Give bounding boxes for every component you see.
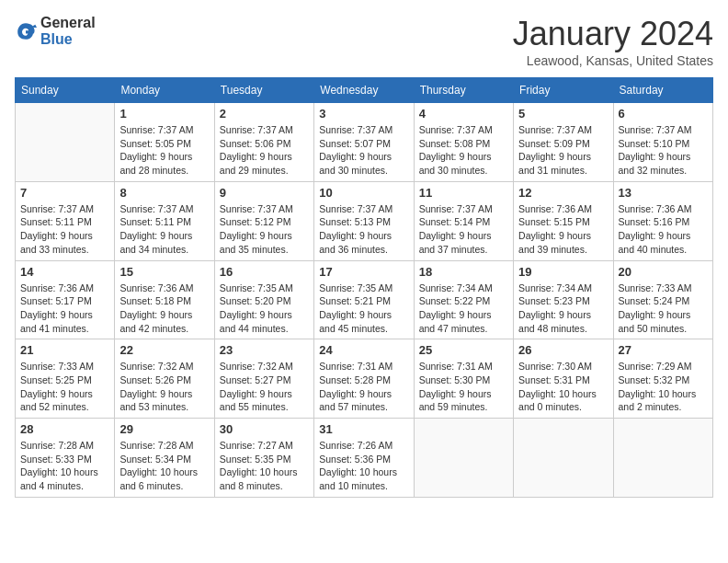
day-number: 25	[419, 343, 508, 357]
day-info: Sunrise: 7:37 AM Sunset: 5:10 PM Dayligh…	[619, 123, 708, 178]
calendar-week-row: 21Sunrise: 7:33 AM Sunset: 5:25 PM Dayli…	[16, 339, 713, 419]
calendar-day-cell: 12Sunrise: 7:36 AM Sunset: 5:15 PM Dayli…	[514, 181, 613, 260]
calendar-header-cell: Wednesday	[314, 78, 414, 103]
calendar-day-cell: 26Sunrise: 7:30 AM Sunset: 5:31 PM Dayli…	[514, 339, 613, 419]
day-info: Sunrise: 7:30 AM Sunset: 5:31 PM Dayligh…	[518, 360, 608, 414]
calendar-table: SundayMondayTuesdayWednesdayThursdayFrid…	[15, 77, 713, 498]
logo-blue: Blue	[40, 31, 96, 48]
calendar-day-cell	[414, 419, 513, 498]
day-number: 7	[20, 186, 109, 200]
day-number: 19	[518, 265, 608, 279]
calendar-header-cell: Tuesday	[214, 78, 313, 103]
calendar-day-cell	[514, 419, 613, 498]
calendar-day-cell: 23Sunrise: 7:32 AM Sunset: 5:27 PM Dayli…	[214, 339, 313, 419]
calendar-week-row: 1Sunrise: 7:37 AM Sunset: 5:05 PM Daylig…	[16, 103, 713, 182]
day-number: 14	[20, 265, 109, 279]
day-info: Sunrise: 7:37 AM Sunset: 5:13 PM Dayligh…	[319, 202, 408, 257]
calendar-day-cell: 21Sunrise: 7:33 AM Sunset: 5:25 PM Dayli…	[16, 339, 115, 419]
day-info: Sunrise: 7:35 AM Sunset: 5:21 PM Dayligh…	[319, 282, 408, 336]
day-info: Sunrise: 7:34 AM Sunset: 5:22 PM Dayligh…	[419, 282, 508, 336]
day-number: 3	[319, 107, 408, 121]
calendar-body: 1Sunrise: 7:37 AM Sunset: 5:05 PM Daylig…	[16, 103, 713, 498]
day-info: Sunrise: 7:36 AM Sunset: 5:18 PM Dayligh…	[119, 282, 209, 336]
day-number: 16	[220, 265, 309, 279]
calendar-day-cell: 30Sunrise: 7:27 AM Sunset: 5:35 PM Dayli…	[214, 419, 313, 498]
day-info: Sunrise: 7:31 AM Sunset: 5:28 PM Dayligh…	[319, 360, 408, 414]
page-header: General Blue January 2024 Leawood, Kansa…	[15, 15, 713, 68]
calendar-day-cell: 25Sunrise: 7:31 AM Sunset: 5:30 PM Dayli…	[414, 339, 513, 419]
day-info: Sunrise: 7:37 AM Sunset: 5:08 PM Dayligh…	[419, 123, 508, 178]
day-number: 20	[619, 265, 708, 279]
day-number: 30	[220, 422, 309, 436]
calendar-header-row: SundayMondayTuesdayWednesdayThursdayFrid…	[16, 78, 713, 103]
day-number: 9	[220, 186, 309, 200]
day-info: Sunrise: 7:32 AM Sunset: 5:27 PM Dayligh…	[220, 360, 309, 414]
calendar-day-cell: 19Sunrise: 7:34 AM Sunset: 5:23 PM Dayli…	[514, 260, 613, 339]
day-info: Sunrise: 7:28 AM Sunset: 5:34 PM Dayligh…	[119, 439, 209, 493]
calendar-week-row: 14Sunrise: 7:36 AM Sunset: 5:17 PM Dayli…	[16, 260, 713, 339]
day-number: 23	[220, 343, 309, 357]
calendar-week-row: 7Sunrise: 7:37 AM Sunset: 5:11 PM Daylig…	[16, 181, 713, 260]
day-number: 5	[518, 107, 608, 121]
day-number: 12	[518, 186, 608, 200]
location: Leawood, Kansas, United States	[513, 53, 713, 68]
day-info: Sunrise: 7:26 AM Sunset: 5:36 PM Dayligh…	[319, 439, 408, 493]
day-info: Sunrise: 7:27 AM Sunset: 5:35 PM Dayligh…	[220, 439, 309, 493]
calendar-day-cell: 29Sunrise: 7:28 AM Sunset: 5:34 PM Dayli…	[115, 419, 214, 498]
calendar-day-cell: 15Sunrise: 7:36 AM Sunset: 5:18 PM Dayli…	[115, 260, 214, 339]
day-number: 6	[619, 107, 708, 121]
calendar-day-cell: 18Sunrise: 7:34 AM Sunset: 5:22 PM Dayli…	[414, 260, 513, 339]
day-info: Sunrise: 7:36 AM Sunset: 5:15 PM Dayligh…	[518, 202, 608, 257]
day-number: 21	[20, 343, 109, 357]
calendar-day-cell: 20Sunrise: 7:33 AM Sunset: 5:24 PM Dayli…	[613, 260, 712, 339]
title-block: January 2024 Leawood, Kansas, United Sta…	[513, 15, 713, 68]
calendar-day-cell: 28Sunrise: 7:28 AM Sunset: 5:33 PM Dayli…	[16, 419, 115, 498]
calendar-header-cell: Saturday	[613, 78, 712, 103]
day-number: 27	[619, 343, 708, 357]
calendar-day-cell: 1Sunrise: 7:37 AM Sunset: 5:05 PM Daylig…	[115, 103, 214, 182]
day-number: 29	[119, 422, 209, 436]
day-info: Sunrise: 7:34 AM Sunset: 5:23 PM Dayligh…	[518, 282, 608, 336]
calendar-header-cell: Monday	[115, 78, 214, 103]
calendar-day-cell: 5Sunrise: 7:37 AM Sunset: 5:09 PM Daylig…	[514, 103, 613, 182]
day-info: Sunrise: 7:37 AM Sunset: 5:11 PM Dayligh…	[20, 202, 109, 257]
day-number: 8	[119, 186, 209, 200]
day-info: Sunrise: 7:36 AM Sunset: 5:17 PM Dayligh…	[20, 282, 109, 336]
calendar-day-cell: 3Sunrise: 7:37 AM Sunset: 5:07 PM Daylig…	[314, 103, 414, 182]
day-info: Sunrise: 7:37 AM Sunset: 5:09 PM Dayligh…	[518, 123, 608, 178]
calendar-day-cell: 7Sunrise: 7:37 AM Sunset: 5:11 PM Daylig…	[16, 181, 115, 260]
day-number: 2	[220, 107, 309, 121]
calendar-day-cell: 22Sunrise: 7:32 AM Sunset: 5:26 PM Dayli…	[115, 339, 214, 419]
calendar-day-cell: 27Sunrise: 7:29 AM Sunset: 5:32 PM Dayli…	[613, 339, 712, 419]
day-number: 11	[419, 186, 508, 200]
day-info: Sunrise: 7:37 AM Sunset: 5:05 PM Dayligh…	[119, 123, 209, 178]
calendar-header-cell: Friday	[514, 78, 613, 103]
day-info: Sunrise: 7:29 AM Sunset: 5:32 PM Dayligh…	[619, 360, 708, 414]
logo-general: General	[40, 15, 96, 31]
day-number: 28	[20, 422, 109, 436]
day-number: 26	[518, 343, 608, 357]
day-info: Sunrise: 7:37 AM Sunset: 5:12 PM Dayligh…	[220, 202, 309, 257]
day-info: Sunrise: 7:37 AM Sunset: 5:07 PM Dayligh…	[319, 123, 408, 178]
calendar-day-cell: 17Sunrise: 7:35 AM Sunset: 5:21 PM Dayli…	[314, 260, 414, 339]
calendar-day-cell: 6Sunrise: 7:37 AM Sunset: 5:10 PM Daylig…	[613, 103, 712, 182]
day-info: Sunrise: 7:32 AM Sunset: 5:26 PM Dayligh…	[119, 360, 209, 414]
day-info: Sunrise: 7:36 AM Sunset: 5:16 PM Dayligh…	[619, 202, 708, 257]
day-number: 1	[119, 107, 209, 121]
logo: General Blue	[15, 15, 96, 47]
calendar-header-cell: Thursday	[414, 78, 513, 103]
logo-icon	[15, 20, 37, 42]
calendar-day-cell: 2Sunrise: 7:37 AM Sunset: 5:06 PM Daylig…	[214, 103, 313, 182]
calendar-week-row: 28Sunrise: 7:28 AM Sunset: 5:33 PM Dayli…	[16, 419, 713, 498]
calendar-day-cell: 10Sunrise: 7:37 AM Sunset: 5:13 PM Dayli…	[314, 181, 414, 260]
day-number: 31	[319, 422, 408, 436]
logo-text: General Blue	[40, 15, 96, 47]
day-info: Sunrise: 7:33 AM Sunset: 5:24 PM Dayligh…	[619, 282, 708, 336]
day-number: 13	[619, 186, 708, 200]
day-info: Sunrise: 7:37 AM Sunset: 5:14 PM Dayligh…	[419, 202, 508, 257]
calendar-day-cell: 13Sunrise: 7:36 AM Sunset: 5:16 PM Dayli…	[613, 181, 712, 260]
day-info: Sunrise: 7:33 AM Sunset: 5:25 PM Dayligh…	[20, 360, 109, 414]
calendar-day-cell: 16Sunrise: 7:35 AM Sunset: 5:20 PM Dayli…	[214, 260, 313, 339]
calendar-day-cell	[16, 103, 115, 182]
day-number: 24	[319, 343, 408, 357]
